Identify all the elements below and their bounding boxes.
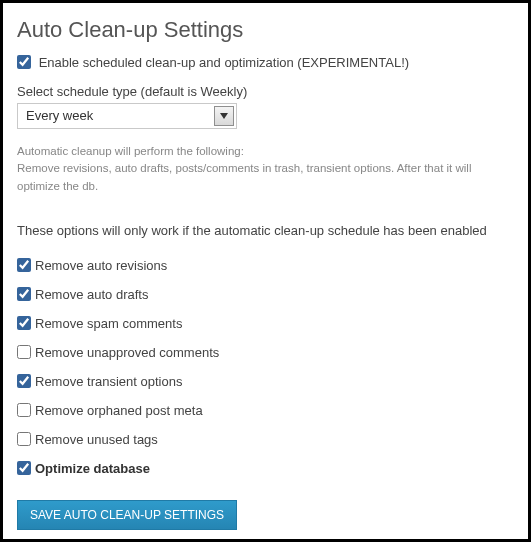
option-row: Remove auto revisions — [17, 258, 514, 273]
schedule-selected-value: Every week — [18, 104, 236, 127]
info-text: Automatic cleanup will perform the follo… — [17, 143, 514, 195]
chevron-down-icon — [214, 106, 234, 126]
page-title: Auto Clean-up Settings — [17, 17, 514, 43]
enable-row: Enable scheduled clean-up and optimizati… — [17, 55, 514, 70]
schedule-label: Select schedule type (default is Weekly) — [17, 84, 514, 99]
option-row: Remove unapproved comments — [17, 345, 514, 360]
warning-text: These options will only work if the auto… — [17, 223, 514, 238]
option-label: Remove transient options — [35, 374, 182, 389]
option-label: Remove orphaned post meta — [35, 403, 203, 418]
option-label: Remove spam comments — [35, 316, 182, 331]
option-checkbox[interactable] — [17, 345, 31, 359]
option-row: Remove auto drafts — [17, 287, 514, 302]
enable-label: Enable scheduled clean-up and optimizati… — [39, 55, 409, 70]
enable-checkbox[interactable] — [17, 55, 31, 69]
option-checkbox[interactable] — [17, 374, 31, 388]
option-checkbox[interactable] — [17, 461, 31, 475]
option-label: Remove auto revisions — [35, 258, 167, 273]
option-checkbox[interactable] — [17, 432, 31, 446]
option-label: Optimize database — [35, 461, 150, 476]
option-row: Remove spam comments — [17, 316, 514, 331]
option-checkbox[interactable] — [17, 403, 31, 417]
option-label: Remove auto drafts — [35, 287, 148, 302]
svg-marker-0 — [220, 113, 228, 119]
info-line2: Remove revisions, auto drafts, posts/com… — [17, 160, 514, 195]
option-label: Remove unapproved comments — [35, 345, 219, 360]
option-row: Remove unused tags — [17, 432, 514, 447]
option-row: Remove orphaned post meta — [17, 403, 514, 418]
info-line1: Automatic cleanup will perform the follo… — [17, 143, 514, 160]
option-checkbox[interactable] — [17, 287, 31, 301]
settings-panel: Auto Clean-up Settings Enable scheduled … — [0, 0, 531, 542]
save-button[interactable]: SAVE AUTO CLEAN-UP SETTINGS — [17, 500, 237, 530]
option-label: Remove unused tags — [35, 432, 158, 447]
option-checkbox[interactable] — [17, 316, 31, 330]
option-checkbox[interactable] — [17, 258, 31, 272]
option-row: Optimize database — [17, 461, 514, 476]
schedule-select[interactable]: Every week — [17, 103, 237, 129]
option-row: Remove transient options — [17, 374, 514, 389]
